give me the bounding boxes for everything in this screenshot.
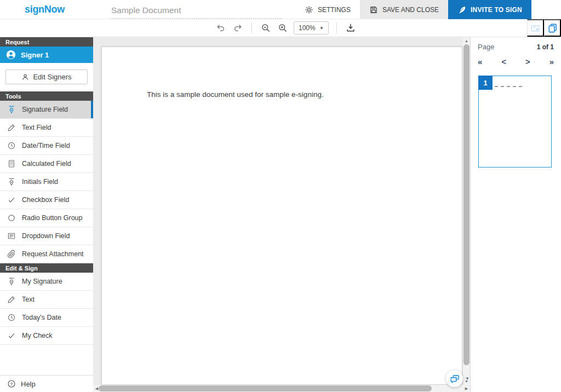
- last-page-button[interactable]: »: [549, 57, 554, 67]
- help-icon: ?: [7, 379, 16, 388]
- signature-nib-icon: [7, 277, 16, 286]
- page-label: Page: [478, 43, 494, 51]
- tool-item-my-check[interactable]: My Check: [0, 327, 93, 345]
- tool-item-label: Calculated Field: [22, 160, 71, 168]
- save-and-close-label: SAVE AND CLOSE: [382, 6, 439, 14]
- scroll-right-arrow[interactable]: ▶: [463, 385, 470, 392]
- signer-1-label: Signer 1: [21, 51, 49, 59]
- zoom-level-select[interactable]: 100% ▼: [294, 21, 329, 34]
- editor-toolbar: 100% ▼: [0, 19, 561, 37]
- clock-icon: [7, 313, 16, 322]
- horizontal-scrollbar[interactable]: ◀ ▶: [93, 385, 470, 392]
- settings-button[interactable]: SETTINGS: [295, 0, 360, 19]
- edit-signers-button[interactable]: Edit Signers: [5, 70, 88, 84]
- app-header: signNow Sample Document SETTINGS SAVE AN…: [0, 0, 561, 19]
- tool-item-label: Text Field: [22, 124, 51, 131]
- app-logo[interactable]: signNow: [25, 0, 65, 19]
- download-button[interactable]: [345, 22, 357, 34]
- tool-item-text-field[interactable]: Text Field: [0, 119, 93, 137]
- tool-item-label: Today's Date: [22, 314, 61, 321]
- tool-item-radio-button-group[interactable]: Radio Button Group: [0, 209, 93, 227]
- tool-item-label: Date/Time Field: [22, 142, 70, 149]
- page-navigation: « < > »: [471, 51, 561, 67]
- thumbnail-text-line: [495, 86, 522, 87]
- chat-icon: [450, 374, 460, 384]
- document-text: This is a sample document used for sampl…: [147, 90, 324, 99]
- tool-item-label: My Signature: [22, 278, 62, 285]
- header-actions: SETTINGS SAVE AND CLOSE INVITE TO SIGN: [295, 0, 531, 19]
- redo-button[interactable]: [232, 22, 244, 34]
- zoom-in-button[interactable]: [277, 22, 289, 34]
- dropdown-list-icon: [7, 232, 16, 240]
- tool-item-dropdown-field[interactable]: Dropdown Field: [0, 227, 93, 245]
- tool-item-label: Checkbox Field: [22, 196, 69, 204]
- page-thumbnail-1[interactable]: 1: [478, 76, 552, 168]
- tool-item-initials-field[interactable]: Initials Field: [0, 173, 93, 191]
- document-properties-icon: [530, 23, 541, 33]
- next-page-button[interactable]: >: [525, 57, 530, 67]
- tools-list: Signature FieldText FieldDate/Time Field…: [0, 101, 93, 263]
- pages-panel-toggle-button[interactable]: [544, 19, 561, 37]
- tool-item-text[interactable]: Text: [0, 291, 93, 309]
- tool-item-request-attachment[interactable]: Request Attachment: [0, 245, 93, 263]
- document-properties-button[interactable]: [527, 19, 544, 37]
- invite-to-sign-button[interactable]: INVITE TO SIGN: [448, 0, 531, 19]
- signature-nib-icon: [7, 105, 16, 114]
- initials-nib-icon: [7, 177, 16, 186]
- pages-panel: Page 1 of 1 « < > » 1: [470, 37, 561, 392]
- pencil-icon: [7, 295, 16, 304]
- toolbar-divider: [336, 22, 337, 33]
- tool-item-date-time-field[interactable]: Date/Time Field: [0, 137, 93, 155]
- request-section-header: Request: [0, 37, 93, 47]
- horizontal-scrollbar-thumb[interactable]: [99, 385, 432, 391]
- pages-panel-icon: [547, 23, 558, 33]
- tool-item-label: Dropdown Field: [22, 232, 70, 240]
- invite-to-sign-label: INVITE TO SIGN: [471, 6, 522, 14]
- zoom-level-value: 100%: [299, 24, 316, 32]
- undo-button[interactable]: [215, 22, 227, 34]
- tools-section-header: Tools: [0, 91, 93, 101]
- document-canvas: This is a sample document used for sampl…: [93, 37, 470, 392]
- tool-item-signature-field[interactable]: Signature Field: [0, 101, 93, 119]
- edit-sign-section-header: Edit & Sign: [0, 263, 93, 273]
- vertical-scrollbar-thumb[interactable]: [463, 44, 470, 365]
- tool-item-my-signature[interactable]: My Signature: [0, 273, 93, 291]
- toolbar-center-group: 100% ▼: [215, 19, 357, 37]
- edit-signers-label: Edit Signers: [33, 73, 71, 81]
- tool-item-label: Request Attachment: [22, 250, 84, 258]
- tool-item-label: Initials Field: [22, 178, 58, 186]
- first-page-button[interactable]: «: [478, 57, 482, 67]
- tool-item-checkbox-field[interactable]: Checkbox Field: [0, 191, 93, 209]
- edit-sign-list: My SignatureTextToday's DateMy Check: [0, 273, 93, 345]
- edit-signers-wrap: Edit Signers: [0, 63, 93, 91]
- scroll-up-arrow[interactable]: ▲: [463, 37, 470, 44]
- gear-icon: [305, 5, 313, 14]
- tool-item-calculated-field[interactable]: Calculated Field: [0, 155, 93, 173]
- previous-page-button[interactable]: <: [501, 57, 506, 67]
- tool-item-label: Signature Field: [22, 106, 68, 113]
- clock-icon: [7, 141, 16, 150]
- chat-collapse-caret[interactable]: ▼: [465, 376, 470, 381]
- zoom-out-button[interactable]: [260, 22, 272, 34]
- tool-item-label: Radio Button Group: [22, 214, 83, 222]
- vertical-scrollbar[interactable]: ▲ ▼: [463, 37, 470, 385]
- live-chat-button[interactable]: [446, 370, 463, 387]
- settings-label: SETTINGS: [318, 6, 351, 14]
- page-count: 1 of 1: [537, 43, 554, 51]
- document-title-input[interactable]: Sample Document: [111, 4, 282, 19]
- save-icon: [369, 5, 378, 14]
- tool-item-today-s-date[interactable]: Today's Date: [0, 309, 93, 327]
- toolbar-right-group: [527, 19, 561, 37]
- caret-down-icon: ▼: [319, 26, 324, 31]
- tools-sidebar: Request Signer 1 Edit Signers Tools Sign…: [0, 37, 93, 392]
- save-and-close-button[interactable]: SAVE AND CLOSE: [360, 0, 448, 19]
- svg-text:?: ?: [10, 382, 13, 387]
- help-label: Help: [21, 380, 36, 388]
- document-title-wrap: Sample Document: [111, 0, 282, 19]
- check-icon: [7, 331, 16, 340]
- paperclip-icon: [7, 250, 16, 258]
- help-button[interactable]: ? Help: [0, 375, 93, 392]
- radio-circle-icon: [7, 214, 16, 222]
- signer-1-item[interactable]: Signer 1: [0, 47, 93, 63]
- document-page[interactable]: This is a sample document used for sampl…: [101, 47, 462, 385]
